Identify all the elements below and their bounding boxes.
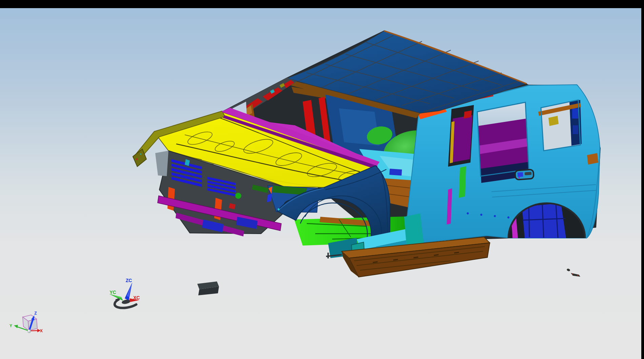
floating-debris xyxy=(566,268,580,277)
csys-origin-sphere xyxy=(27,330,31,333)
absolute-csys-triad: Z Y X xyxy=(9,311,43,333)
top-black-bar xyxy=(0,0,644,8)
wcs-y-label: YC xyxy=(109,290,116,295)
cad-viewport[interactable]: ZC YC XC Z Y X xyxy=(0,0,644,359)
door-handle[interactable] xyxy=(515,169,534,180)
wcs-z-label: ZC xyxy=(126,278,132,283)
wcs-z-axis-arrow[interactable] xyxy=(125,282,132,300)
car-body-model[interactable] xyxy=(133,30,601,295)
wcs-x-label: XC xyxy=(133,295,140,300)
abs-z-label: Z xyxy=(34,311,37,316)
wcs-triad[interactable]: ZC YC XC xyxy=(109,278,140,308)
right-black-bar xyxy=(641,0,644,359)
abs-y-label: Y xyxy=(9,323,12,328)
model-canvas[interactable]: ZC YC XC Z Y X xyxy=(0,0,644,359)
front-step xyxy=(197,281,219,295)
abs-x-label: X xyxy=(40,329,43,333)
